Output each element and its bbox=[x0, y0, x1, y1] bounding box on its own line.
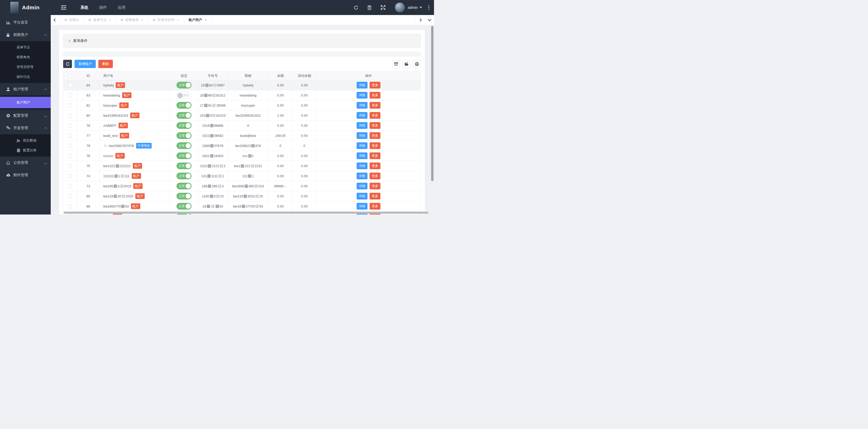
sidebar-subitem-管理员管理[interactable]: 管理员管理 bbox=[0, 62, 51, 72]
sidebar-item-租户管理[interactable]: 租户管理 bbox=[0, 83, 51, 95]
tab-close-icon[interactable]: × bbox=[205, 18, 207, 22]
tab-3[interactable]: 权限角色× bbox=[116, 15, 148, 25]
status-toggle[interactable]: 正常 bbox=[177, 173, 191, 179]
detail-button[interactable]: 详情 bbox=[356, 132, 368, 139]
sidebar-subitem-菜单节点[interactable]: 菜单节点 bbox=[0, 42, 51, 52]
tab-close-icon[interactable]: × bbox=[177, 18, 179, 22]
detail-button[interactable]: 详情 bbox=[356, 162, 368, 169]
tab-4[interactable]: 管理员管理× bbox=[148, 15, 184, 25]
more-button[interactable]: 更多 bbox=[370, 132, 380, 139]
status-toggle[interactable]: 正常 bbox=[177, 102, 191, 109]
sidebar-collapse-icon[interactable] bbox=[61, 5, 66, 10]
user-menu[interactable]: admin bbox=[408, 5, 422, 9]
detail-button[interactable]: 详情 bbox=[356, 203, 368, 210]
sidebar-item-配置管理[interactable]: 配置管理 bbox=[0, 110, 51, 122]
top-menu-item-3[interactable]: 应用 bbox=[112, 0, 131, 15]
status-toggle[interactable]: 正常 bbox=[177, 203, 191, 210]
tab-1[interactable]: 控制台 bbox=[60, 15, 84, 25]
top-menu-item-2[interactable]: 插件 bbox=[94, 0, 112, 15]
row-checkbox[interactable] bbox=[69, 194, 72, 198]
more-button[interactable]: 更多 bbox=[370, 203, 380, 210]
tab-2[interactable]: 菜单节点× bbox=[84, 15, 116, 25]
detail-button[interactable]: 详情 bbox=[356, 82, 368, 89]
columns-icon[interactable] bbox=[392, 60, 400, 68]
sidebar-item-权限用户[interactable]: 权限用户 bbox=[0, 29, 51, 41]
row-checkbox[interactable] bbox=[69, 204, 72, 209]
more-button[interactable]: 更多 bbox=[370, 162, 380, 169]
row-checkbox[interactable] bbox=[69, 174, 72, 178]
tab-close-icon[interactable]: × bbox=[141, 18, 143, 22]
row-checkbox[interactable] bbox=[69, 184, 72, 188]
status-toggle[interactable]: 正常 bbox=[177, 152, 191, 159]
detail-button[interactable]: 详情 bbox=[356, 183, 368, 189]
more-button[interactable]: 更多 bbox=[370, 82, 380, 89]
vertical-scrollbar[interactable] bbox=[431, 26, 433, 181]
more-button[interactable]: 更多 bbox=[370, 142, 380, 149]
row-checkbox[interactable] bbox=[69, 164, 72, 168]
tabs-dropdown-icon[interactable] bbox=[425, 15, 434, 25]
more-button[interactable]: 更多 bbox=[370, 183, 380, 189]
row-checkbox[interactable] bbox=[69, 133, 72, 138]
sidebar-subitem-操作日志[interactable]: 操作日志 bbox=[0, 72, 51, 82]
status-toggle[interactable]: 正常 bbox=[177, 183, 191, 189]
sidebar-subitem-配置分类[interactable]: 配置分类 bbox=[0, 145, 51, 155]
user-avatar[interactable] bbox=[395, 3, 405, 12]
add-tenant-button[interactable]: 新增租户 bbox=[74, 60, 96, 68]
status-toggle[interactable]: 正常 bbox=[177, 162, 191, 169]
row-checkbox[interactable] bbox=[69, 123, 72, 128]
row-checkbox[interactable] bbox=[69, 113, 72, 118]
export-icon[interactable] bbox=[402, 60, 410, 68]
more-button[interactable]: 更多 bbox=[370, 173, 380, 179]
refresh-icon[interactable] bbox=[351, 2, 361, 13]
tabs-scroll-left-icon[interactable] bbox=[51, 15, 60, 25]
more-button[interactable]: 更多 bbox=[370, 112, 380, 119]
tab-5[interactable]: 租户用户× bbox=[184, 15, 212, 25]
more-button[interactable]: 更多 bbox=[370, 92, 380, 99]
detail-button[interactable]: 详情 bbox=[356, 102, 368, 109]
status-toggle[interactable]: 正常 bbox=[177, 142, 191, 149]
trash-icon[interactable] bbox=[364, 2, 375, 13]
sidebar-item-平台首页[interactable]: 平台首页 bbox=[0, 16, 51, 29]
refresh-table-button[interactable] bbox=[63, 60, 72, 68]
print-icon[interactable] bbox=[413, 60, 421, 68]
row-checkbox[interactable] bbox=[69, 214, 72, 215]
tabs-scroll-right-icon[interactable] bbox=[415, 15, 425, 25]
status-toggle[interactable]: 正常 bbox=[177, 82, 191, 89]
query-conditions-panel[interactable]: 查询条件 bbox=[63, 34, 421, 48]
status-toggle[interactable]: 正常 bbox=[177, 193, 191, 200]
more-button[interactable]: 更多 bbox=[370, 152, 380, 159]
top-menu-item-1[interactable]: 系统 bbox=[75, 0, 94, 15]
sidebar-subitem-租户用户[interactable]: 租户用户 bbox=[0, 97, 51, 108]
row-checkbox[interactable] bbox=[69, 83, 72, 88]
status-toggle[interactable]: 正常 bbox=[177, 132, 191, 139]
detail-button[interactable]: 详情 bbox=[356, 112, 368, 119]
fullscreen-icon[interactable] bbox=[378, 2, 388, 13]
tab-close-icon[interactable]: × bbox=[109, 18, 111, 22]
sidebar-subitem-权限角色[interactable]: 权限角色 bbox=[0, 52, 51, 62]
row-checkbox[interactable] bbox=[69, 103, 72, 108]
row-checkbox[interactable] bbox=[69, 144, 72, 148]
select-all-checkbox[interactable] bbox=[69, 73, 72, 78]
status-toggle[interactable]: 正常 bbox=[177, 112, 191, 119]
status-toggle[interactable]: 正常 bbox=[177, 122, 191, 129]
sidebar-item-附件管理[interactable]: 附件管理 bbox=[0, 169, 51, 181]
detail-button[interactable]: 详情 bbox=[356, 122, 368, 129]
more-button[interactable]: 更多 bbox=[370, 122, 380, 129]
detail-button[interactable]: 详情 bbox=[356, 142, 368, 149]
detail-button[interactable]: 详情 bbox=[356, 193, 368, 200]
more-button[interactable]: 更多 bbox=[370, 193, 380, 200]
status-toggle[interactable]: 冻结 bbox=[177, 92, 191, 99]
sidebar-subitem-组合数据[interactable]: 组合数据 bbox=[0, 135, 51, 145]
cell-phone: 13111111 bbox=[198, 171, 228, 181]
sidebar-item-开发管理[interactable]: 开发管理 bbox=[0, 122, 51, 134]
row-checkbox[interactable] bbox=[69, 154, 72, 158]
sidebar-item-公告管理[interactable]: 公告管理 bbox=[0, 157, 51, 169]
horizontal-scrollbar[interactable] bbox=[64, 212, 428, 214]
detail-button[interactable]: 详情 bbox=[356, 173, 368, 179]
row-checkbox[interactable] bbox=[69, 93, 72, 97]
kebab-menu-icon[interactable] bbox=[427, 4, 430, 11]
more-button[interactable]: 更多 bbox=[370, 102, 380, 109]
detail-button[interactable]: 详情 bbox=[356, 92, 368, 99]
delete-button[interactable]: 删除 bbox=[98, 60, 113, 68]
detail-button[interactable]: 详情 bbox=[356, 152, 368, 159]
